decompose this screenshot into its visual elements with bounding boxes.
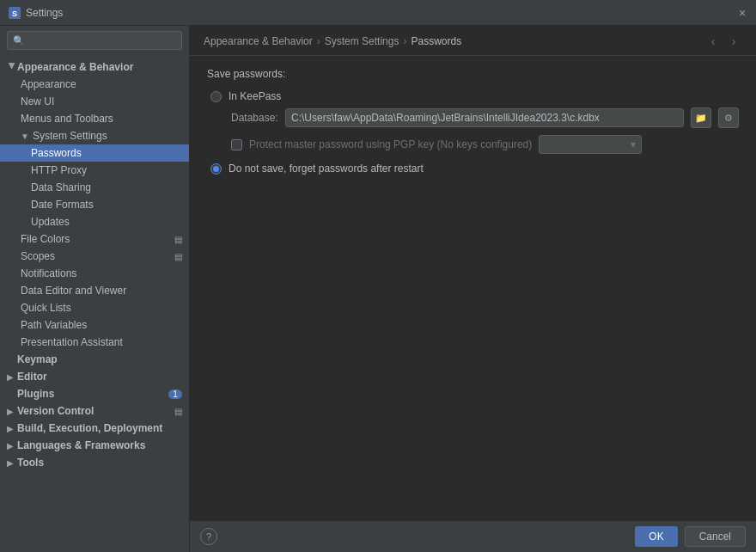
close-button[interactable]: × [735,6,749,20]
search-icon: 🔍 [13,35,25,46]
sidebar-item-editor[interactable]: ▶ Editor [0,368,189,385]
arrow-icon: ▶ [7,372,17,382]
sidebar-item-notifications[interactable]: Notifications [0,265,189,282]
ok-button[interactable]: OK [635,526,677,547]
sidebar-group-label: Plugins [17,388,54,400]
database-label: Database: [231,112,278,124]
sidebar-group-label: Tools [17,457,44,469]
sidebar-item-tools[interactable]: ▶ Tools [0,454,189,471]
browse-button[interactable]: 📁 [691,107,711,128]
main-layout: 🔍 ▶ Appearance & Behavior Appearance New… [0,26,756,552]
back-button[interactable]: ‹ [704,33,722,50]
sidebar-item-data-sharing[interactable]: Data Sharing [0,179,189,196]
sidebar-item-menus-toolbars[interactable]: Menus and Toolbars [0,110,189,127]
svg-text:S: S [12,9,17,18]
pgp-checkbox-row: Protect master password using PGP key (N… [231,135,739,154]
keepass-options: Database: 📁 ⚙ Protect master password us… [231,107,739,154]
sidebar-item-build-execution[interactable]: ▶ Build, Execution, Deployment [0,420,189,437]
content-body: Save passwords: In KeePass Database: 📁 [190,56,756,520]
dialog-buttons: OK Cancel [635,526,746,547]
sidebar-item-path-variables[interactable]: Path Variables [0,316,189,334]
sidebar-group-label: Keymap [17,353,58,365]
sidebar-item-scopes[interactable]: Scopes ▤ [0,248,189,265]
sidebar-item-data-editor-viewer[interactable]: Data Editor and Viewer [0,282,189,299]
sidebar-item-plugins[interactable]: ▶ Plugins 1 [0,385,189,402]
sidebar-item-passwords[interactable]: Passwords [0,144,189,162]
sidebar-item-languages-frameworks[interactable]: ▶ Languages & Frameworks [0,437,189,454]
sidebar-item-file-colors[interactable]: File Colors ▤ [0,230,189,248]
pgp-dropdown-arrow: ▾ [631,138,636,150]
search-input[interactable] [29,34,176,46]
radio-keepass-label: In KeePass [229,90,281,102]
radio-row-no-save[interactable]: Do not save, forget passwords after rest… [210,163,739,175]
breadcrumb-part-1: Appearance & Behavior [204,35,313,47]
sidebar-item-appearance[interactable]: Appearance [0,76,189,93]
sidebar-item-system-settings[interactable]: ▼ System Settings [0,127,189,144]
sidebar-item-updates[interactable]: Updates [0,213,189,230]
expand-icon: ▤ [174,235,182,244]
arrow-icon: ▶ [8,62,17,72]
search-box[interactable]: 🔍 [7,31,182,50]
arrow-icon: ▶ [7,407,17,416]
content-header: Appearance & Behavior › System Settings … [190,26,756,56]
arrow-icon: ▶ [7,424,17,433]
sidebar-item-http-proxy[interactable]: HTTP Proxy [0,162,189,179]
radio-row-keepass[interactable]: In KeePass [210,90,739,102]
nav-tree: ▶ Appearance & Behavior Appearance New U… [0,55,189,552]
breadcrumb-part-2: System Settings [325,35,399,47]
breadcrumb: Appearance & Behavior › System Settings … [204,35,461,47]
cancel-button[interactable]: Cancel [685,526,746,547]
radio-keepass[interactable] [210,91,222,102]
pgp-checkbox-label: Protect master password using PGP key (N… [249,138,532,150]
expand-icon: ▤ [174,407,182,416]
database-input[interactable] [285,108,684,127]
bottom-bar: ? OK Cancel [190,520,756,552]
sidebar-item-version-control[interactable]: ▶ Version Control ▤ [0,402,189,420]
sidebar-item-appearance-behavior[interactable]: ▶ Appearance & Behavior [0,58,189,76]
settings-button[interactable]: ⚙ [718,107,739,128]
content-area: Appearance & Behavior › System Settings … [190,26,756,552]
sidebar-group-label: Build, Execution, Deployment [17,422,162,434]
radio-no-save[interactable] [210,163,222,175]
sidebar-group-label: Editor [17,371,47,383]
sidebar: 🔍 ▶ Appearance & Behavior Appearance New… [0,26,190,552]
breadcrumb-sep-2: › [403,35,406,47]
pgp-checkbox[interactable] [231,139,242,150]
sidebar-group-label: Appearance & Behavior [17,61,133,73]
section-title: Save passwords: [207,68,739,80]
breadcrumb-part-3: Passwords [411,35,461,47]
breadcrumb-sep-1: › [317,35,320,47]
sidebar-children-system-settings: Passwords HTTP Proxy Data Sharing Date F… [0,144,189,230]
sidebar-group-label: Languages & Frameworks [17,439,145,451]
arrow-icon: ▶ [7,441,17,451]
expand-icon: ▼ [21,132,31,141]
expand-icon: ▤ [174,252,182,261]
help-button[interactable]: ? [200,528,217,545]
window-controls: × [735,6,749,20]
sidebar-item-date-formats[interactable]: Date Formats [0,196,189,213]
sidebar-children-appearance-behavior: Appearance New UI Menus and Toolbars ▼ S… [0,76,189,351]
forward-button[interactable]: › [725,33,742,50]
nav-arrows: ‹ › [704,33,742,50]
sidebar-item-keymap[interactable]: ▶ Keymap [0,351,189,368]
window-title: Settings [26,7,63,19]
app-icon: S [9,7,21,19]
pgp-dropdown[interactable]: ▾ [539,135,642,154]
title-bar: S Settings × [0,0,756,26]
plugins-badge: 1 [168,389,182,399]
sidebar-item-new-ui[interactable]: New UI [0,93,189,110]
arrow-icon: ▶ [7,458,17,468]
radio-option-keepass: In KeePass Database: 📁 ⚙ Protect master [210,90,739,154]
radio-group: In KeePass Database: 📁 ⚙ Protect master [207,90,739,175]
radio-no-save-label: Do not save, forget passwords after rest… [229,163,424,175]
sidebar-group-label: Version Control [17,405,94,417]
database-field-row: Database: 📁 ⚙ [231,107,739,128]
sidebar-item-presentation-assistant[interactable]: Presentation Assistant [0,334,189,351]
sidebar-item-quick-lists[interactable]: Quick Lists [0,299,189,316]
